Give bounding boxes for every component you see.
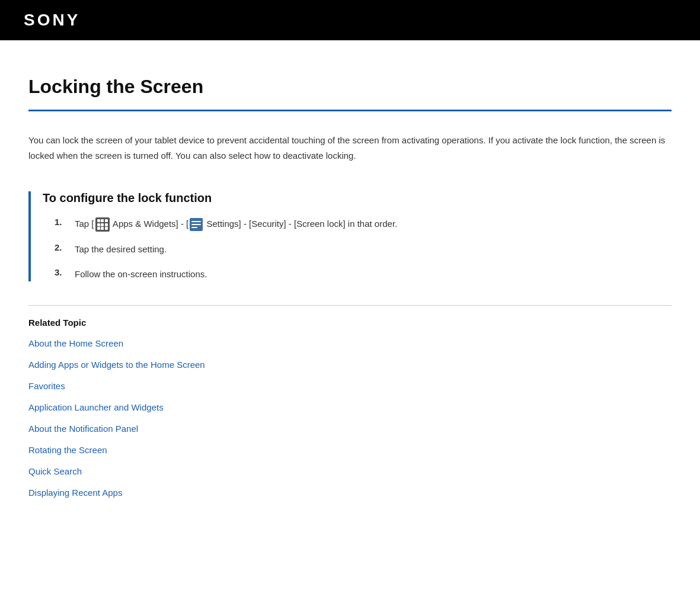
- list-item: Application Launcher and Widgets: [28, 402, 672, 413]
- list-item: About the Home Screen: [28, 338, 672, 349]
- link-quick-search[interactable]: Quick Search: [28, 466, 82, 476]
- link-recent-apps[interactable]: Displaying Recent Apps: [28, 488, 122, 498]
- step-1-number: 1.: [55, 217, 69, 227]
- related-topic-section: Related Topic About the Home Screen Addi…: [28, 318, 672, 498]
- link-adding-apps[interactable]: Adding Apps or Widgets to the Home Scree…: [28, 360, 205, 370]
- list-item: Favorites: [28, 381, 672, 392]
- link-rotating-screen[interactable]: Rotating the Screen: [28, 445, 107, 455]
- svg-rect-1: [191, 221, 201, 222]
- step-2: 2. Tap the desired setting.: [55, 242, 672, 257]
- title-divider: [28, 110, 672, 111]
- step-2-content: Tap the desired setting.: [75, 242, 672, 257]
- svg-rect-3: [191, 227, 197, 228]
- list-item: About the Notification Panel: [28, 424, 672, 434]
- apps-widgets-icon: [95, 217, 110, 232]
- related-divider: [28, 305, 672, 306]
- site-header: SONY: [0, 0, 700, 40]
- step-3: 3. Follow the on-screen instructions.: [55, 267, 672, 281]
- step-3-content: Follow the on-screen instructions.: [75, 267, 672, 281]
- link-app-launcher[interactable]: Application Launcher and Widgets: [28, 402, 164, 412]
- svg-rect-2: [191, 224, 201, 225]
- list-item: Displaying Recent Apps: [28, 488, 672, 498]
- settings-icon: [190, 218, 203, 231]
- step-1: 1. Tap [ Apps & Widgets] - [ Settings] -…: [55, 217, 672, 232]
- intro-text: You can lock the screen of your tablet d…: [28, 133, 672, 163]
- link-favorites[interactable]: Favorites: [28, 381, 65, 391]
- list-item: Rotating the Screen: [28, 445, 672, 456]
- related-topic-label: Related Topic: [28, 318, 672, 328]
- page-title: Locking the Screen: [28, 76, 672, 98]
- related-links-list: About the Home Screen Adding Apps or Wid…: [28, 338, 672, 498]
- section-block: To configure the lock function 1. Tap [ …: [28, 191, 672, 281]
- section-heading: To configure the lock function: [43, 191, 672, 205]
- steps-list: 1. Tap [ Apps & Widgets] - [ Settings] -…: [55, 217, 672, 281]
- step-1-content: Tap [ Apps & Widgets] - [ Settings] - [S…: [75, 217, 672, 232]
- main-content: Locking the Screen You can lock the scre…: [0, 40, 700, 544]
- link-home-screen[interactable]: About the Home Screen: [28, 338, 123, 348]
- step-2-number: 2.: [55, 242, 69, 252]
- list-item: Adding Apps or Widgets to the Home Scree…: [28, 360, 672, 370]
- sony-logo: SONY: [24, 11, 80, 30]
- list-item: Quick Search: [28, 466, 672, 477]
- link-notification-panel[interactable]: About the Notification Panel: [28, 424, 138, 434]
- step-3-number: 3.: [55, 267, 69, 277]
